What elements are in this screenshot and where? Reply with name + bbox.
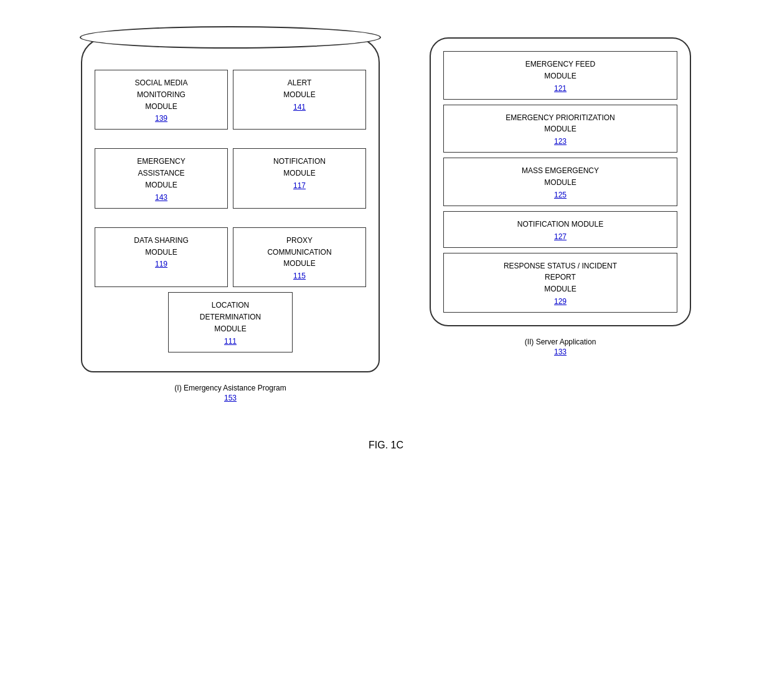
emergency-assistance-module: EMERGENCYASSISTANCEMODULE 143 bbox=[95, 148, 228, 208]
left-caption-text: (I) Emergency Asistance Program bbox=[174, 384, 286, 392]
left-caption-number: 153 bbox=[174, 394, 286, 402]
module-row-1: SOCIAL MEDIAMONITORINGMODULE 139 ALERTMO… bbox=[95, 70, 366, 130]
proxy-communication-module-number: 115 bbox=[241, 272, 358, 280]
fig-label: FIG. 1C bbox=[0, 440, 772, 451]
alert-module-name: ALERTMODULE bbox=[283, 78, 315, 99]
data-sharing-module-number: 119 bbox=[103, 260, 220, 268]
location-determination-module: LOCATIONDETERMINATIONMODULE 111 bbox=[168, 292, 293, 352]
response-status-module: RESPONSE STATUS / INCIDENTREPORTMODULE 1… bbox=[443, 253, 677, 313]
emergency-feed-module-number: 121 bbox=[451, 84, 669, 93]
right-caption-number: 133 bbox=[525, 348, 596, 356]
diagram-container: SOCIAL MEDIAMONITORINGMODULE 139 ALERTMO… bbox=[0, 0, 772, 427]
mass-emergency-module: MASS EMGERGENCYMODULE 125 bbox=[443, 158, 677, 206]
emergency-assistance-module-name: EMERGENCYASSISTANCEMODULE bbox=[137, 157, 185, 189]
mass-emergency-module-number: 125 bbox=[451, 191, 669, 199]
mass-emergency-module-name: MASS EMGERGENCYMODULE bbox=[522, 166, 599, 187]
alert-module-number: 141 bbox=[241, 103, 358, 111]
location-determination-module-number: 111 bbox=[176, 337, 285, 346]
right-caption-text: (II) Server Application bbox=[525, 338, 596, 346]
emergency-prioritization-module-number: 123 bbox=[451, 137, 669, 146]
social-media-monitoring-module: SOCIAL MEDIAMONITORINGMODULE 139 bbox=[95, 70, 228, 130]
location-determination-module-name: LOCATIONDETERMINATIONMODULE bbox=[200, 301, 261, 333]
left-caption: (I) Emergency Asistance Program 153 bbox=[174, 384, 286, 402]
right-rect: EMERGENCY FEEDMODULE 121 EMERGENCY PRIOR… bbox=[430, 37, 691, 326]
notification-module-right: NOTIFICATION MODULE 127 bbox=[443, 211, 677, 248]
cylinder-top-ellipse bbox=[80, 26, 381, 49]
proxy-communication-module-name: PROXYCOMMUNICATIONMODULE bbox=[267, 236, 331, 268]
response-status-module-number: 129 bbox=[451, 297, 669, 306]
module-bottom: LOCATIONDETERMINATIONMODULE 111 bbox=[95, 292, 366, 352]
emergency-prioritization-module-name: EMERGENCY PRIORITIZATIONMODULE bbox=[506, 113, 615, 134]
left-cylinder: SOCIAL MEDIAMONITORINGMODULE 139 ALERTMO… bbox=[81, 37, 380, 372]
data-sharing-module-name: DATA SHARINGMODULE bbox=[134, 236, 189, 257]
right-module-stack: EMERGENCY FEEDMODULE 121 EMERGENCY PRIOR… bbox=[443, 51, 677, 313]
proxy-communication-module: PROXYCOMMUNICATIONMODULE 115 bbox=[233, 227, 366, 287]
emergency-prioritization-module: EMERGENCY PRIORITIZATIONMODULE 123 bbox=[443, 105, 677, 153]
notification-module-left: NOTIFICATIONMODULE 117 bbox=[233, 148, 366, 208]
module-row-2: EMERGENCYASSISTANCEMODULE 143 NOTIFICATI… bbox=[95, 148, 366, 208]
emergency-feed-module: EMERGENCY FEEDMODULE 121 bbox=[443, 51, 677, 100]
right-caption: (II) Server Application 133 bbox=[525, 338, 596, 356]
emergency-assistance-module-number: 143 bbox=[103, 193, 220, 202]
module-row-3: DATA SHARINGMODULE 119 PROXYCOMMUNICATIO… bbox=[95, 227, 366, 287]
notification-module-right-name: NOTIFICATION MODULE bbox=[517, 220, 603, 229]
notification-module-left-number: 117 bbox=[241, 181, 358, 190]
social-media-monitoring-module-name: SOCIAL MEDIAMONITORINGMODULE bbox=[135, 78, 188, 111]
data-sharing-module: DATA SHARINGMODULE 119 bbox=[95, 227, 228, 287]
emergency-feed-module-name: EMERGENCY FEEDMODULE bbox=[525, 60, 595, 80]
cylinder-body: SOCIAL MEDIAMONITORINGMODULE 139 ALERTMO… bbox=[81, 37, 380, 372]
social-media-monitoring-module-number: 139 bbox=[103, 114, 220, 123]
notification-module-left-name: NOTIFICATIONMODULE bbox=[273, 157, 326, 177]
alert-module: ALERTMODULE 141 bbox=[233, 70, 366, 130]
response-status-module-name: RESPONSE STATUS / INCIDENTREPORTMODULE bbox=[504, 262, 617, 294]
notification-module-right-number: 127 bbox=[451, 232, 669, 241]
